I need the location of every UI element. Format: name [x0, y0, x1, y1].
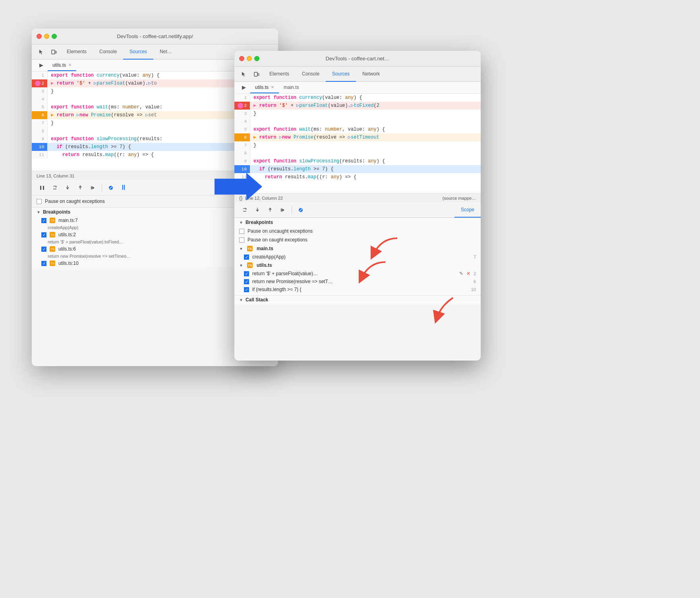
inspect-icon-front[interactable] [238, 67, 250, 81]
main-ts-label-front: main.ts [257, 246, 273, 251]
tab-sources-back[interactable]: Sources [123, 44, 153, 60]
maximize-button-back[interactable] [52, 34, 57, 39]
code-line-8-front: 8 [234, 149, 481, 157]
code-line-4-front: 4 [234, 118, 481, 125]
deactivate-btn-front[interactable] [295, 204, 306, 216]
line-num-9-back: 9 [32, 135, 48, 143]
step-out-btn-front[interactable] [265, 204, 276, 216]
code-line-5-front: 5 export function wait(ms: number, value… [234, 125, 481, 133]
bp-edit-utils2-front[interactable]: ✎ [459, 271, 463, 276]
pause-caught-checkbox-front[interactable] [239, 237, 244, 243]
close-button-back[interactable] [37, 34, 42, 39]
file-tab-main-name-front: main.ts [284, 85, 299, 90]
device-icon[interactable] [48, 44, 60, 59]
bp-delete-utils2-front[interactable]: ✕ [466, 271, 470, 276]
bp-checkbox-utils6-back[interactable]: ✓ [41, 247, 46, 252]
file-tab-utils-close-front[interactable]: ✕ [271, 85, 274, 89]
file-tab-utils-name-front: utils.ts [255, 85, 269, 90]
bp-checkbox-utils2-front[interactable]: ✓ [244, 271, 249, 276]
line-content-9-front: export function slowProcessing(results: … [250, 157, 481, 165]
bp-file-icon-main-back: TS [50, 218, 55, 223]
code-line-6-front: ?6 ▶ return ▷new Promise(resolve => ▷set… [234, 133, 481, 141]
bp-line-utils6-front: 6 [474, 279, 476, 284]
tab-console-back[interactable]: Console [93, 44, 123, 60]
code-line-1-front: 1 export function currency(value: any) { [234, 94, 481, 102]
breakpoints-header-front[interactable]: ▼ Breakpoints [234, 218, 481, 227]
tab-elements-back[interactable]: Elements [60, 44, 93, 60]
pause-btn2-back[interactable]: ⏸ [118, 182, 129, 193]
status-position-back: Line 13, Column 31 [37, 174, 74, 178]
tab-elements-front[interactable]: Elements [263, 67, 296, 82]
scope-tab-front[interactable]: Scope [454, 203, 481, 218]
tab-network-back[interactable]: Net… [153, 44, 178, 60]
line-num-8-front: 8 [234, 149, 250, 157]
close-button-front[interactable] [239, 56, 244, 61]
bp-checkbox-utils10-back[interactable]: ✓ [41, 261, 46, 266]
tab-sources-front[interactable]: Sources [326, 67, 356, 82]
minimize-button-front[interactable] [247, 56, 252, 61]
line-num-4-front: 4 [234, 118, 250, 125]
bp-file-label-utils6-back: utils.ts:6 [58, 246, 76, 252]
inspect-icon[interactable] [35, 44, 48, 59]
code-line-7-front: 7 } [234, 141, 481, 149]
line-num-3-front: 3 [234, 110, 250, 118]
line-num-6-back: ?6 [32, 111, 48, 119]
traffic-lights-front [239, 56, 259, 61]
file-tab-main-front[interactable]: main.ts [279, 82, 304, 93]
file-tab-utils-back[interactable]: utils.ts ✕ [48, 60, 76, 71]
bp-file-icon-utils10-back: TS [50, 260, 55, 266]
pause-caught-checkbox-back[interactable] [37, 199, 42, 204]
line-num-7-back: 7 [32, 119, 48, 127]
bp-checkbox-utils2-back[interactable]: ✓ [41, 232, 46, 237]
bp-checkbox-utils6-front[interactable]: ✓ [244, 279, 249, 284]
line-content-4-front [250, 118, 481, 125]
bp-checkbox-main-front[interactable]: ✓ [244, 255, 249, 260]
title-bar-front: DevTools - coffee-cart.net… [234, 51, 481, 67]
file-tab-name-back: utils.ts [52, 62, 66, 68]
file-tab-close-back[interactable]: ✕ [68, 63, 72, 67]
pause-btn-back[interactable] [37, 182, 48, 193]
minimize-button-back[interactable] [44, 34, 49, 39]
continue-btn-front[interactable] [277, 204, 288, 216]
sources-icon-back[interactable] [35, 60, 48, 71]
toolbar-front: Elements Console Sources Network [234, 67, 481, 82]
pause-uncaught-checkbox-front[interactable] [239, 229, 244, 234]
main-ts-section-front[interactable]: ▼ TS main.ts [234, 244, 481, 253]
deactivate-btn-back[interactable] [105, 182, 116, 193]
status-bar-front: {} Line 12, Column 22 (source mappe… [234, 193, 481, 203]
step-over-btn-front[interactable] [239, 204, 250, 216]
tab-network-front[interactable]: Network [356, 67, 386, 82]
code-line-9-front: 9 export function slowProcessing(results… [234, 157, 481, 165]
bp-checkbox-utils10-front[interactable]: ✓ [244, 287, 249, 292]
sources-icon-front[interactable] [238, 82, 250, 93]
bp-checkbox-main-back[interactable]: ✓ [41, 218, 46, 223]
bp-file-label-utils10-back: utils.ts:10 [58, 260, 79, 266]
code-line-10-front: 10 if (results.length >= 7) { [234, 165, 481, 173]
svg-rect-1 [55, 51, 56, 53]
window-title-front: DevTools - coffee-cart.net… [326, 56, 390, 62]
continue-btn-back[interactable] [87, 182, 99, 193]
step-out-btn-back[interactable] [75, 182, 86, 193]
step-into-btn-front[interactable] [252, 204, 263, 216]
line-num-9-front: 9 [234, 157, 250, 165]
svg-rect-0 [52, 50, 55, 54]
step-into-btn-back[interactable] [62, 182, 73, 193]
bp-file-label-main-back: main.ts:7 [58, 218, 78, 223]
red-arrow-2 [350, 258, 389, 291]
device-icon-front[interactable] [250, 67, 263, 81]
line-content-7-front: } [250, 141, 481, 149]
maximize-button-front[interactable] [254, 56, 259, 61]
title-bar-back: DevTools - coffee-cart.netlify.app/ [32, 29, 278, 44]
tab-console-front[interactable]: Console [296, 67, 326, 82]
pause-uncaught-label-front: Pause on uncaught exceptions [248, 228, 313, 234]
pause-caught-area-front: Pause on caught exceptions [234, 235, 481, 244]
file-tab-utils-front[interactable]: utils.ts ✕ [250, 82, 279, 93]
call-stack-arrow-front: ▼ [239, 298, 243, 302]
traffic-lights-back [37, 34, 57, 39]
code-line-3-front: 3 } [234, 110, 481, 118]
svg-rect-12 [254, 72, 257, 76]
step-over-btn-back[interactable] [49, 182, 60, 193]
line-num-8-back: 8 [32, 127, 48, 135]
code-area-front: 1 export function currency(value: any) {… [234, 94, 481, 193]
line-content-11-front: return results.map((r: any) => { [250, 173, 481, 181]
